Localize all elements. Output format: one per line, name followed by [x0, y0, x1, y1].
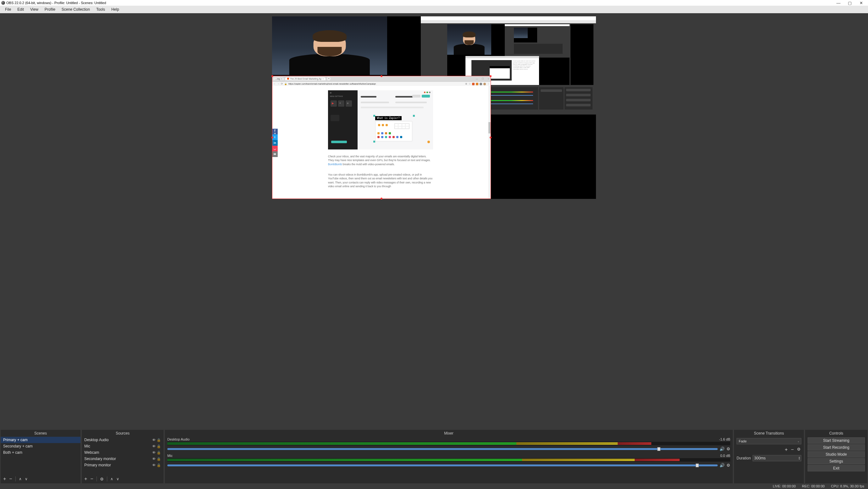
- source-settings-button[interactable]: ⚙: [100, 477, 104, 482]
- visibility-icon[interactable]: 👁: [152, 451, 156, 455]
- browser-window-min-icon[interactable]: —: [474, 78, 480, 80]
- bottom-dock: Scenes Primary + camSecondary + camBoth …: [0, 430, 868, 483]
- menu-help[interactable]: Help: [108, 7, 122, 12]
- share-linkedin-button[interactable]: in: [272, 140, 278, 146]
- controls-body: Start StreamingStart RecordingStudio Mod…: [805, 437, 867, 483]
- gear-icon[interactable]: ⚙: [726, 447, 730, 451]
- browser-reload-icon[interactable]: ⟳: [281, 82, 283, 85]
- duration-label: Duration: [737, 456, 751, 460]
- mixer-panel: Mixer Desktop Audio -1.6 dB �: [165, 430, 733, 483]
- status-bar: LIVE: 00:00:00 REC: 00:00:00 CPU: 8.9%, …: [0, 483, 868, 489]
- start-recording-button[interactable]: Start Recording: [808, 444, 865, 451]
- webcam-source[interactable]: [272, 17, 387, 75]
- browser-ext-icon-3[interactable]: [479, 83, 482, 85]
- chevron-down-icon: ⌄: [797, 440, 800, 443]
- transitions-panel-header: Scene Transitions: [734, 430, 804, 437]
- scene-item[interactable]: Both + cam: [1, 449, 81, 456]
- browser-tab-active[interactable]: The 25 Best Email Marketing Ap×: [285, 78, 326, 80]
- start-streaming-button[interactable]: Start Streaming: [808, 437, 865, 444]
- share-pocket-button[interactable]: ◡: [272, 146, 278, 151]
- mixer-volume-slider[interactable]: [167, 464, 718, 466]
- browser-window-close-icon[interactable]: ×: [486, 78, 491, 80]
- menu-profile[interactable]: Profile: [41, 7, 59, 12]
- browser-omnibox-icon[interactable]: ⊕: [465, 82, 467, 85]
- scene-item[interactable]: Secondary + cam: [1, 443, 81, 449]
- remove-transition-button[interactable]: −: [791, 447, 794, 453]
- browser-forward-icon[interactable]: →: [277, 82, 280, 85]
- remove-source-button[interactable]: −: [90, 476, 93, 482]
- exit-button[interactable]: Exit: [808, 465, 865, 471]
- menu-file[interactable]: File: [2, 7, 14, 12]
- lock-icon[interactable]: 🔒: [157, 438, 161, 442]
- source-up-button[interactable]: ∧: [111, 477, 113, 481]
- mixer-panel-header: Mixer: [165, 430, 733, 437]
- share-facebook-button[interactable]: f43: [272, 129, 278, 134]
- lock-icon[interactable]: 🔒: [157, 463, 161, 467]
- speaker-icon[interactable]: 🔊: [719, 447, 724, 451]
- lock-icon[interactable]: 🔒: [157, 451, 161, 455]
- transition-select[interactable]: Fade ⌄: [737, 438, 801, 444]
- browser-star-icon[interactable]: ☆: [469, 82, 471, 85]
- browser-back-icon[interactable]: ←: [273, 82, 276, 85]
- scene-item[interactable]: Primary + cam: [1, 437, 81, 443]
- transition-settings-button[interactable]: ⚙: [797, 447, 801, 453]
- menu-scene-collection[interactable]: Scene Collection: [59, 7, 93, 12]
- preview-area[interactable]: Lorem ipsum dolor sit amet text content …: [0, 13, 868, 430]
- speaker-icon[interactable]: 🔊: [719, 463, 724, 468]
- source-down-button[interactable]: ∨: [116, 477, 119, 481]
- visibility-icon[interactable]: 👁: [152, 463, 156, 467]
- browser-scrollbar[interactable]: [488, 86, 491, 199]
- browser-tab-inactive[interactable]: ...ing×: [273, 78, 284, 80]
- lock-icon[interactable]: 🔒: [157, 444, 161, 449]
- article-paragraph-2: You can shoot videos in BombBomb's app, …: [328, 173, 432, 188]
- source-item[interactable]: Secondary monitor👁🔒: [82, 456, 163, 462]
- menu-view[interactable]: View: [27, 7, 41, 12]
- share-email-button[interactable]: ✉: [272, 151, 278, 157]
- mixer-volume-slider[interactable]: [167, 448, 718, 450]
- source-item-icons: 👁🔒: [152, 451, 161, 455]
- settings-button[interactable]: Settings: [808, 458, 865, 464]
- source-item[interactable]: Desktop Audio👁🔒: [82, 437, 163, 443]
- bombbomb-link[interactable]: BombBomb: [328, 163, 342, 166]
- mixer-meter: [167, 442, 730, 445]
- studio-mode-button[interactable]: Studio Mode: [808, 451, 865, 458]
- scenes-list[interactable]: Primary + camSecondary + camBoth + cam: [1, 437, 81, 474]
- mixer-track-db: -1.6 dB: [719, 437, 730, 441]
- browser-ext-icon-1[interactable]: [472, 83, 474, 85]
- transitions-body: Fade ⌄ + − ⚙ Duration 300ms ▲▼: [734, 437, 804, 483]
- window-close-button[interactable]: ✕: [856, 1, 867, 5]
- remove-scene-button[interactable]: −: [9, 476, 12, 482]
- visibility-icon[interactable]: 👁: [152, 438, 156, 442]
- menu-edit[interactable]: Edit: [14, 7, 27, 12]
- scene-down-button[interactable]: ∨: [25, 477, 28, 481]
- visibility-icon[interactable]: 👁: [152, 444, 156, 449]
- scene-up-button[interactable]: ∧: [19, 477, 22, 481]
- sources-list[interactable]: Desktop Audio👁🔒Mic👁🔒Webcam👁🔒Secondary mo…: [82, 437, 163, 474]
- transitions-panel: Scene Transitions Fade ⌄ + − ⚙ Duration …: [734, 430, 804, 483]
- menu-tools[interactable]: Tools: [93, 7, 108, 12]
- scenes-panel-header: Scenes: [1, 430, 81, 437]
- add-source-button[interactable]: +: [84, 476, 87, 482]
- source-item[interactable]: Primary monitor👁🔒: [82, 462, 163, 468]
- preview-canvas[interactable]: Lorem ipsum dolor sit amet text content …: [272, 17, 596, 199]
- add-scene-button[interactable]: +: [3, 476, 6, 482]
- window-minimize-button[interactable]: —: [833, 1, 844, 5]
- sources-panel-header: Sources: [82, 430, 163, 437]
- share-twitter-button[interactable]: t: [272, 134, 278, 140]
- browser-content[interactable]: f43 t in ◡ ✉ ⊙ MENU SETTINGS: [272, 86, 491, 199]
- add-transition-button[interactable]: +: [785, 447, 787, 453]
- browser-menu-icon[interactable]: ⋮: [487, 82, 490, 85]
- source-item[interactable]: Mic👁🔒: [82, 443, 163, 449]
- lock-icon[interactable]: 🔒: [157, 457, 161, 461]
- visibility-icon[interactable]: 👁: [152, 457, 156, 461]
- source-item[interactable]: Webcam👁🔒: [82, 449, 163, 456]
- browser-new-tab-button[interactable]: +: [327, 77, 331, 81]
- browser-url[interactable]: https://zapier.com/learn/email-marketing…: [288, 83, 464, 85]
- browser-window-max-icon[interactable]: ▢: [480, 78, 486, 80]
- browser-ext-icon-2[interactable]: [476, 83, 478, 85]
- browser-avatar-icon[interactable]: [484, 83, 486, 85]
- duration-spinbox[interactable]: 300ms ▲▼: [752, 455, 801, 461]
- primary-monitor-source[interactable]: ...ing× The 25 Best Email Marketing Ap× …: [272, 76, 491, 199]
- window-maximize-button[interactable]: ▢: [844, 1, 856, 5]
- gear-icon[interactable]: ⚙: [726, 463, 730, 468]
